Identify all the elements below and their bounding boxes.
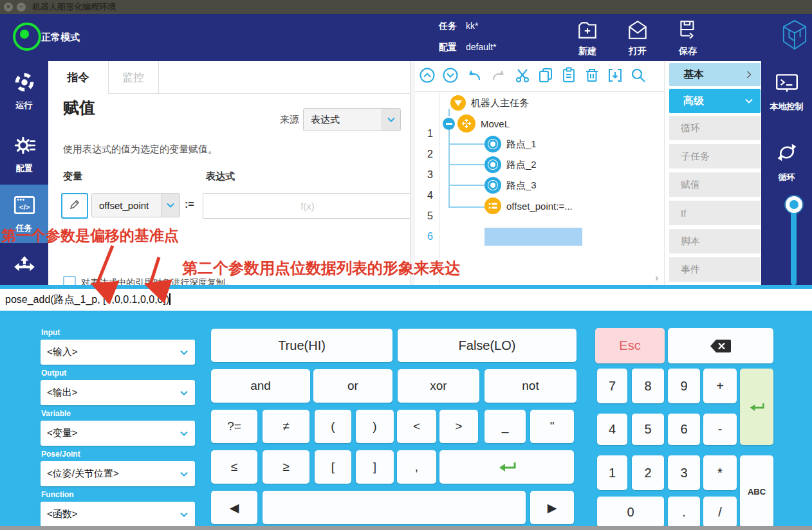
tree-collapse-handle[interactable]: › xyxy=(655,272,658,284)
tree-row-main-task[interactable]: 机器人主任务 xyxy=(450,93,529,113)
search-icon[interactable] xyxy=(630,67,647,86)
palette-item-assign[interactable]: 赋值 xyxy=(669,172,761,197)
key-8[interactable]: 8 xyxy=(632,369,664,403)
key-false[interactable]: False(LO) xyxy=(398,329,577,362)
key-plus[interactable]: + xyxy=(703,369,737,403)
delete-icon[interactable] xyxy=(584,67,600,86)
key-enter[interactable] xyxy=(439,450,574,484)
palette-item-event[interactable]: 事件 xyxy=(669,257,761,282)
tree-row-movel[interactable]: MoveL xyxy=(443,113,510,134)
function-select[interactable]: <函数> xyxy=(41,502,195,527)
edit-variable-button[interactable] xyxy=(61,193,88,219)
root-task-icon xyxy=(450,95,466,111)
key-minus[interactable]: - xyxy=(703,414,737,445)
key-numpad-enter[interactable] xyxy=(740,369,773,445)
key-bracket-close[interactable]: ] xyxy=(356,450,394,484)
key-greater-equal[interactable]: ≥ xyxy=(263,450,309,484)
key-5[interactable]: 5 xyxy=(632,414,664,445)
key-backspace[interactable] xyxy=(668,328,773,363)
tree-selection-highlight xyxy=(484,228,582,246)
expression-input[interactable] xyxy=(203,193,410,219)
output-select[interactable]: <输出> xyxy=(41,380,195,405)
sidebar-item-move[interactable] xyxy=(0,254,48,281)
key-or[interactable]: or xyxy=(313,369,392,403)
deep-copy-checkbox[interactable] xyxy=(63,276,76,285)
key-true[interactable]: True(HI) xyxy=(211,329,392,362)
key-and[interactable]: and xyxy=(211,369,310,403)
palette-group-advanced[interactable]: 高级 xyxy=(669,89,761,113)
open-button[interactable]: 打开 xyxy=(614,19,661,57)
key-paren-close[interactable]: ) xyxy=(356,410,394,443)
key-cursor-left[interactable]: ◀ xyxy=(211,491,257,524)
key-space[interactable] xyxy=(263,491,526,524)
key-less-equal[interactable]: ≤ xyxy=(211,450,257,484)
key-6[interactable]: 6 xyxy=(668,414,700,445)
pose-joint-select[interactable]: <位姿/关节位置> xyxy=(41,461,195,486)
save-button-label: 保存 xyxy=(665,46,711,57)
key-greater-than[interactable]: > xyxy=(439,410,478,443)
key-xor[interactable]: xor xyxy=(398,369,479,403)
key-1[interactable]: 1 xyxy=(597,455,627,490)
key-quote[interactable]: " xyxy=(530,410,574,443)
key-less-than[interactable]: < xyxy=(397,410,436,443)
cut-icon[interactable] xyxy=(514,67,531,86)
input-select[interactable]: <输入> xyxy=(41,340,195,365)
collapse-minus-icon[interactable] xyxy=(443,118,455,130)
window-minimize-icon[interactable]: − xyxy=(17,3,26,12)
key-3[interactable]: 3 xyxy=(668,455,700,490)
loop-mode-button[interactable]: 循环 xyxy=(761,140,812,183)
tree-row-waypoint3[interactable]: 路点_3 xyxy=(484,175,537,196)
palette-item-subtask[interactable]: 子任务 xyxy=(669,144,761,169)
key-abc[interactable]: ABC xyxy=(740,455,773,527)
save-button[interactable]: 保存 xyxy=(665,19,711,57)
redo-icon[interactable] xyxy=(490,67,508,86)
speed-slider-track[interactable] xyxy=(791,205,797,285)
key-7[interactable]: 7 xyxy=(597,369,627,403)
tree-row-label: 机器人主任务 xyxy=(471,97,529,109)
key-not-equal[interactable]: ≠ xyxy=(263,410,309,443)
move-up-icon[interactable] xyxy=(419,67,436,86)
move-down-icon[interactable] xyxy=(442,67,459,86)
expression-editor-bar[interactable]: pose_add(路点_1_p, [0,0,0.1,0,0,0]) xyxy=(0,285,812,315)
palette-item-if[interactable]: If xyxy=(669,201,761,225)
expression-value: pose_add(路点_1_p, [0,0,0.1,0,0,0]) xyxy=(5,294,169,305)
key-comma[interactable]: , xyxy=(397,450,436,484)
tree-row-waypoint1[interactable]: 路点_1 xyxy=(484,134,537,154)
variable-picker-select[interactable]: <变量> xyxy=(41,421,195,446)
speed-slider-knob[interactable] xyxy=(786,196,802,213)
chevron-down-icon xyxy=(173,512,195,517)
sidebar-item-config[interactable]: 配置 xyxy=(0,133,48,174)
key-asterisk[interactable]: * xyxy=(703,455,737,490)
source-select[interactable]: 表达式 xyxy=(303,108,401,131)
palette-group-basic[interactable]: 基本 xyxy=(669,63,761,86)
new-button[interactable]: 新建 xyxy=(564,19,611,57)
key-cursor-right[interactable]: ▶ xyxy=(530,491,574,524)
key-dot[interactable]: . xyxy=(668,497,700,527)
key-2[interactable]: 2 xyxy=(632,455,664,490)
undo-icon[interactable] xyxy=(465,67,483,86)
palette-item-loop[interactable]: 循环 xyxy=(669,116,761,140)
local-control-button[interactable]: 本地控制 xyxy=(761,71,812,113)
key-esc[interactable]: Esc xyxy=(595,328,665,363)
paste-icon[interactable] xyxy=(560,67,577,86)
key-4[interactable]: 4 xyxy=(597,414,627,445)
tree-row-assignment[interactable]: offset_point:=... xyxy=(484,196,573,216)
key-9[interactable]: 9 xyxy=(668,369,700,403)
key-underscore[interactable]: _ xyxy=(484,410,526,443)
key-slash[interactable]: / xyxy=(703,497,737,527)
key-assign-test[interactable]: ?= xyxy=(211,410,257,443)
tab-monitor[interactable]: 监控 xyxy=(108,61,159,93)
key-0[interactable]: 0 xyxy=(597,497,664,527)
variable-select[interactable]: offset_point xyxy=(91,193,180,217)
insert-icon[interactable] xyxy=(607,67,623,86)
key-not[interactable]: not xyxy=(484,369,577,403)
tab-instruction[interactable]: 指令 xyxy=(48,61,109,94)
tree-row-waypoint2[interactable]: 路点_2 xyxy=(484,154,537,175)
key-bracket-open[interactable]: [ xyxy=(315,450,351,484)
key-paren-open[interactable]: ( xyxy=(315,410,351,443)
enter-arrow-icon xyxy=(497,461,517,473)
sidebar-item-run[interactable]: 运行 xyxy=(0,70,48,111)
copy-icon[interactable] xyxy=(537,67,554,86)
window-close-icon[interactable]: × xyxy=(4,3,13,12)
palette-item-script[interactable]: 脚本 xyxy=(669,229,761,253)
